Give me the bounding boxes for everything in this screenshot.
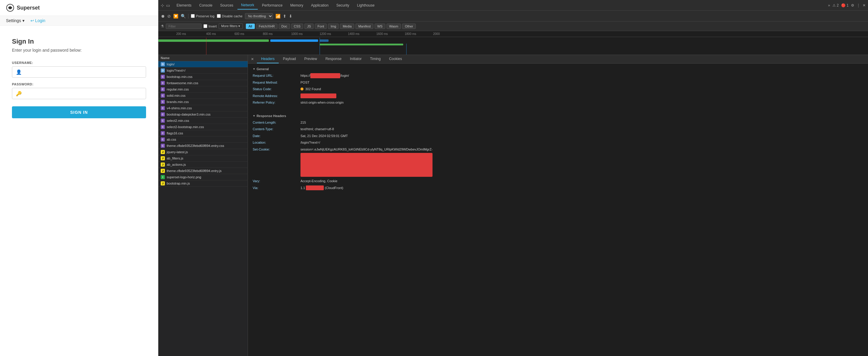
tab-network[interactable]: Network bbox=[238, 1, 258, 9]
throttle-select[interactable]: No throttling bbox=[245, 13, 273, 19]
more-tabs-icon[interactable]: » bbox=[828, 3, 830, 7]
timeline-mark-1800: 1800 ms bbox=[405, 32, 416, 36]
detail-tab-initiator[interactable]: Initiator bbox=[346, 55, 366, 63]
request-method-value: POST bbox=[301, 80, 309, 85]
network-item-bootstrap-css[interactable]: C bootstrap.min.css bbox=[158, 74, 248, 80]
tab-lighthouse[interactable]: Lighthouse bbox=[353, 1, 378, 9]
timeline-mark-1600: 1600 ms bbox=[376, 32, 388, 36]
throttle-wifi-icon[interactable]: 📶 bbox=[275, 14, 280, 19]
network-item-brands[interactable]: C brands.min.css bbox=[158, 99, 248, 105]
network-item-regular[interactable]: C regular.min.css bbox=[158, 86, 248, 93]
search-icon[interactable]: 🔍 bbox=[181, 14, 186, 19]
filter-icon[interactable]: 🔽 bbox=[173, 14, 178, 19]
more-filters-button[interactable]: More filters ▾ bbox=[219, 23, 243, 29]
preserve-log-input[interactable] bbox=[191, 14, 195, 18]
net-icon-css: C bbox=[161, 125, 165, 129]
app-nav: Settings ▾ ↩ Login bbox=[0, 16, 158, 26]
status-code-value: 302 Found bbox=[301, 87, 321, 92]
network-item-v4shims[interactable]: C v4-shims.min.css bbox=[158, 105, 248, 111]
network-item-flags16[interactable]: C flags16.css bbox=[158, 130, 248, 136]
net-icon-doc: D bbox=[161, 68, 165, 72]
tab-application[interactable]: Application bbox=[307, 1, 332, 9]
location-value: /login/?next=/ bbox=[301, 140, 320, 145]
network-item-login[interactable]: D login/ bbox=[158, 61, 248, 67]
response-headers-section: Response Headers Content-Length: 215 Con… bbox=[248, 110, 868, 196]
net-filename-login: login/ bbox=[167, 62, 175, 66]
import-icon[interactable]: ⬇ bbox=[289, 14, 292, 19]
referrer-policy-row: Referrer Policy: strict-origin-when-cros… bbox=[253, 100, 863, 105]
detail-tab-headers[interactable]: Headers bbox=[257, 55, 279, 63]
detail-tab-response[interactable]: Response bbox=[321, 55, 346, 63]
filter-tag-wasm[interactable]: Wasm bbox=[386, 24, 401, 29]
network-item-ab[interactable]: C ab.css bbox=[158, 136, 248, 143]
export-icon[interactable]: ⬆ bbox=[283, 14, 286, 19]
password-input[interactable] bbox=[25, 88, 146, 99]
network-item-ab-actions[interactable]: J ab_actions.js bbox=[158, 162, 248, 168]
filter-tag-manifest[interactable]: Manifest bbox=[355, 24, 373, 29]
signin-button[interactable]: SIGN IN bbox=[12, 106, 146, 118]
net-filename-brands: brands.min.css bbox=[167, 100, 189, 104]
preserve-log-label: Preserve log bbox=[196, 14, 214, 18]
invert-input[interactable] bbox=[204, 24, 207, 28]
filter-tag-fetch[interactable]: Fetch/XHR bbox=[256, 24, 278, 29]
network-item-bootstrap-js[interactable]: J bootstrap.min.js bbox=[158, 181, 248, 187]
network-item-fontawesome[interactable]: C fontawesome.min.css bbox=[158, 80, 248, 86]
disable-cache-checkbox[interactable]: Disable cache bbox=[217, 14, 243, 18]
tab-security[interactable]: Security bbox=[333, 1, 353, 9]
filter-tag-other[interactable]: Other bbox=[402, 24, 416, 29]
record-icon[interactable]: ⏺ bbox=[161, 14, 165, 19]
tab-console[interactable]: Console bbox=[196, 1, 216, 9]
net-filename-jquery: jquery-latest.js bbox=[167, 150, 188, 154]
clear-icon[interactable]: ⊘ bbox=[167, 14, 171, 19]
net-icon-css: C bbox=[161, 75, 165, 79]
network-item-jquery[interactable]: J jquery-latest.js bbox=[158, 149, 248, 155]
network-item-ab-filters[interactable]: J ab_filters.js bbox=[158, 155, 248, 162]
app-header: Superset bbox=[0, 0, 158, 16]
network-item-theme-js[interactable]: J theme.cfbde93523febd60f894.entry.js bbox=[158, 168, 248, 174]
tab-elements[interactable]: Elements bbox=[173, 1, 195, 9]
username-input-wrapper: 👤 bbox=[12, 66, 146, 78]
filter-tag-media[interactable]: Media bbox=[340, 24, 354, 29]
network-item-theme-css[interactable]: C theme.cfbde93523febd60f894.entry.css bbox=[158, 143, 248, 149]
timeline-mark-200: 200 ms bbox=[176, 32, 186, 36]
preserve-log-checkbox[interactable]: Preserve log bbox=[191, 14, 214, 18]
tab-performance[interactable]: Performance bbox=[258, 1, 286, 9]
filter-tag-css[interactable]: CSS bbox=[291, 24, 304, 29]
disable-cache-input[interactable] bbox=[217, 14, 221, 18]
network-item-solid[interactable]: C solid.min.css bbox=[158, 93, 248, 99]
network-item-select2-bootstrap[interactable]: C select2-bootstrap.min.css bbox=[158, 124, 248, 130]
settings-icon[interactable]: ⚙ bbox=[851, 3, 854, 7]
filter-input[interactable] bbox=[166, 24, 202, 29]
filter-tag-js[interactable]: JS bbox=[304, 24, 314, 29]
network-item-select2[interactable]: C select2.min.css bbox=[158, 118, 248, 124]
tab-memory[interactable]: Memory bbox=[287, 1, 307, 9]
more-options-icon[interactable]: ⋮ bbox=[857, 3, 860, 7]
device-icon[interactable]: ▭ bbox=[166, 3, 170, 8]
net-filename-fontawesome: fontawesome.min.css bbox=[167, 81, 198, 85]
tab-sources[interactable]: Sources bbox=[217, 1, 237, 9]
network-item-logo[interactable]: I superset-logo-horiz.png bbox=[158, 174, 248, 181]
close-devtools-icon[interactable]: ✕ bbox=[863, 3, 866, 7]
network-item-login-next[interactable]: D login/?next=/ bbox=[158, 67, 248, 74]
detail-tab-preview[interactable]: Preview bbox=[300, 55, 321, 63]
detail-close-button[interactable]: ✕ bbox=[248, 55, 257, 63]
net-icon-js: J bbox=[161, 150, 165, 154]
login-nav[interactable]: ↩ Login bbox=[30, 18, 45, 23]
key-icon: 🔑 bbox=[12, 91, 25, 96]
network-item-datepicker[interactable]: C bootstrap-datepicker3.min.css bbox=[158, 111, 248, 118]
request-url-key: Request URL: bbox=[253, 73, 301, 78]
filter-tag-doc[interactable]: Doc bbox=[279, 24, 290, 29]
invert-checkbox[interactable]: Invert bbox=[204, 24, 217, 28]
net-icon-img: I bbox=[161, 175, 165, 179]
filter-tag-font[interactable]: Font bbox=[315, 24, 327, 29]
username-input[interactable] bbox=[25, 67, 146, 77]
detail-tab-cookies[interactable]: Cookies bbox=[385, 55, 406, 63]
detail-tab-timing[interactable]: Timing bbox=[366, 55, 385, 63]
detail-tab-payload[interactable]: Payload bbox=[279, 55, 300, 63]
settings-nav[interactable]: Settings ▾ bbox=[6, 18, 25, 23]
filter-tag-ws[interactable]: WS bbox=[375, 24, 385, 29]
filter-tag-img[interactable]: Img bbox=[328, 24, 339, 29]
referrer-policy-value: strict-origin-when-cross-origin bbox=[301, 100, 343, 105]
cursor-icon[interactable]: ⊹ bbox=[161, 3, 164, 8]
filter-tag-all[interactable]: All bbox=[246, 24, 255, 29]
